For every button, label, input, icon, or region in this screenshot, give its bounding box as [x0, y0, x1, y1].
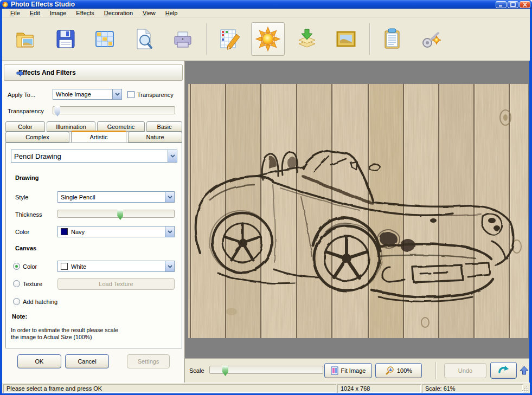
zoom-100-icon: A [385, 366, 394, 375]
style-select[interactable]: Single Pencil [57, 191, 175, 203]
menu-file[interactable]: File [5, 9, 25, 17]
pencil-color-select[interactable]: Navy [57, 226, 175, 237]
apply-to-value: Whole Image [56, 91, 91, 98]
toolbar [2, 18, 530, 61]
window-title: Photo Effects Studio [11, 1, 75, 8]
tab-basic[interactable]: Basic [146, 121, 182, 132]
tab-nature[interactable]: Nature [128, 132, 182, 143]
ok-button[interactable]: OK [17, 354, 61, 368]
registration-key-button[interactable] [414, 22, 448, 56]
frame-icon [333, 26, 359, 52]
scale-slider[interactable] [209, 366, 323, 374]
settings-button[interactable]: Settings [127, 354, 170, 368]
toolbar-separator [206, 23, 207, 55]
key-icon [418, 26, 444, 52]
canvas-heading: Canvas [15, 245, 36, 251]
canvas-color-radio[interactable] [13, 263, 20, 270]
apply-effects-button[interactable] [290, 22, 324, 56]
canvas-color-value: White [71, 263, 86, 270]
frames-button[interactable] [329, 22, 363, 56]
clipboard-icon [379, 26, 405, 52]
maximize-button[interactable] [508, 1, 518, 8]
batch-mode-button[interactable] [88, 22, 121, 56]
pencil-color-value: Navy [71, 229, 85, 235]
menu-effects[interactable]: Effects [71, 9, 99, 17]
canvas-color-swatch [61, 263, 68, 270]
minimize-button[interactable] [496, 1, 507, 8]
add-hatching-radio-label: Add hatching [23, 299, 57, 305]
tab-complex[interactable]: Complex [5, 132, 69, 143]
canvas-color-select[interactable]: White [57, 261, 175, 272]
status-image-size: 1024 x 768 [337, 384, 421, 393]
close-button[interactable] [520, 1, 530, 8]
image-editor-button[interactable] [212, 22, 246, 56]
effect-value: Pencil Drawing [14, 152, 61, 160]
print-button[interactable] [166, 22, 200, 56]
pencil-color-swatch [61, 228, 68, 235]
preview-image [188, 84, 528, 338]
panel-title: Effects And Filters [18, 69, 76, 76]
scale-slider-thumb[interactable] [222, 366, 228, 376]
menu-bar: File Edit Image Effects Decoration View … [2, 9, 530, 18]
transparency-slider-label: Transparency [8, 108, 44, 114]
status-bar: Please select a frame and press OK 1024 … [2, 383, 530, 393]
apply-to-select[interactable]: Whole Image [53, 89, 122, 100]
add-hatching-radio[interactable] [13, 298, 20, 305]
redo-button[interactable] [490, 362, 517, 379]
effects-and-filters-button[interactable] [251, 22, 285, 56]
save-icon [53, 26, 79, 52]
tab-artistic[interactable]: Artistic [71, 131, 126, 143]
open-image-button[interactable] [10, 22, 43, 56]
pencil-color-label: Color [15, 229, 29, 235]
image-editor-icon [216, 26, 242, 52]
load-texture-button[interactable]: Load Texture [57, 278, 175, 290]
zoom-100-label: 100% [397, 367, 412, 374]
note-heading: Note: [12, 313, 27, 320]
dropdown-arrow-icon[interactable] [165, 226, 174, 237]
tab-control: Color Illumination Geometric Basic Compl… [5, 121, 182, 143]
up-arrow-icon[interactable] [520, 366, 529, 375]
transparency-slider[interactable] [53, 106, 175, 114]
print-preview-button[interactable] [127, 22, 161, 56]
menu-decoration[interactable]: Decoration [99, 9, 138, 17]
dropdown-arrow-icon[interactable] [112, 89, 121, 99]
preview-icon [131, 26, 157, 52]
tab-color[interactable]: Color [5, 121, 45, 132]
clipboard-button[interactable] [375, 22, 409, 56]
transparency-checkbox[interactable] [127, 91, 134, 98]
panel-header: Effects And Filters [4, 64, 183, 81]
main-area: Effects And Filters Apply To... Whole Im… [2, 61, 529, 383]
status-scale: Scale: 61% [422, 384, 523, 393]
menu-image[interactable]: Image [45, 9, 72, 17]
fit-image-label: Fit Image [341, 367, 366, 374]
thickness-slider[interactable] [57, 210, 175, 218]
transparency-slider-thumb[interactable] [54, 106, 60, 116]
undo-button[interactable]: Undo [444, 363, 486, 378]
redo-icon [498, 365, 510, 376]
drawing-heading: Drawing [15, 174, 39, 181]
app-icon [2, 1, 9, 8]
print-icon [170, 26, 196, 52]
zoom-100-button[interactable]: A 100% [375, 363, 422, 378]
fit-image-button[interactable]: Fit Image [324, 363, 372, 378]
bottom-bar-separator [435, 362, 436, 379]
effect-select[interactable]: Pencil Drawing [11, 150, 177, 163]
minimize-icon [498, 2, 504, 7]
dropdown-arrow-icon[interactable] [168, 150, 177, 162]
batch-grid-icon [92, 26, 118, 52]
menu-help[interactable]: Help [161, 9, 183, 17]
menu-edit[interactable]: Edit [25, 9, 45, 17]
save-image-button[interactable] [49, 22, 82, 56]
scale-label: Scale [189, 367, 204, 374]
scale-toolbar: Scale Fit Image A 100% Undo [185, 358, 529, 383]
menu-view[interactable]: View [138, 9, 161, 17]
cancel-button[interactable]: Cancel [65, 354, 109, 368]
dropdown-arrow-icon[interactable] [165, 261, 174, 271]
dropdown-arrow-icon[interactable] [165, 192, 174, 202]
apply-layers-icon [294, 26, 320, 52]
canvas-texture-radio[interactable] [13, 280, 20, 287]
app-window: Photo Effects Studio File Edit Image Eff… [0, 0, 532, 395]
fit-image-icon [331, 366, 338, 375]
resize-grip[interactable] [522, 385, 529, 392]
style-label: Style [15, 194, 28, 200]
